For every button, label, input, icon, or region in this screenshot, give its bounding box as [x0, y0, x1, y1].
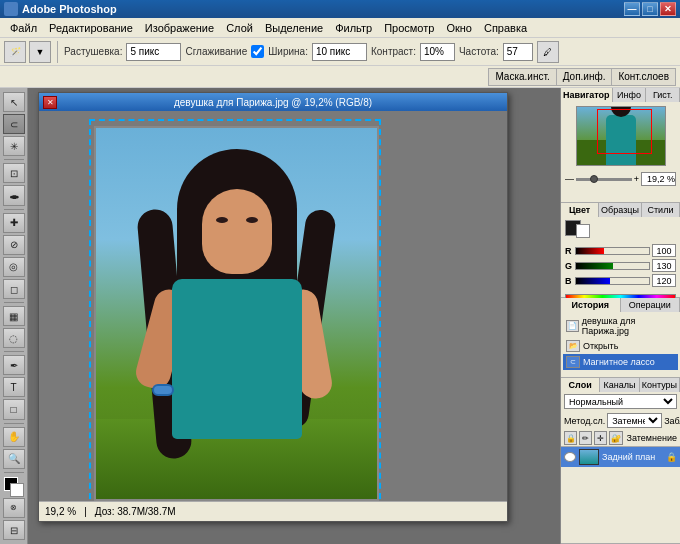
navigator-panel: Навигатор Инфо Гист. — +: [561, 88, 680, 203]
b-value[interactable]: [652, 274, 676, 287]
history-list: 📄 девушка для Парижа.jpg 📂 Открыть ⊂ Маг…: [561, 312, 680, 372]
menu-filter[interactable]: Фильтр: [329, 20, 378, 36]
tab-swatches[interactable]: Образцы: [599, 203, 642, 217]
freq-input[interactable]: [503, 43, 533, 61]
tool-preset-btn[interactable]: 🪄: [4, 41, 26, 63]
mask-inst-label: Маска.инст.: [495, 71, 549, 82]
tab-styles[interactable]: Стили: [642, 203, 680, 217]
color-tabs: Цвет Образцы Стили: [561, 203, 680, 217]
bg-color-swatch[interactable]: [576, 224, 590, 238]
shirt: [172, 279, 302, 439]
clone-tool[interactable]: ◎: [3, 257, 25, 277]
menu-image[interactable]: Изображение: [139, 20, 220, 36]
eyedropper-tool[interactable]: 🕳: [3, 185, 25, 205]
layer-cont-btn[interactable]: Конт.слоев: [612, 69, 675, 85]
gradient-tool[interactable]: ▦: [3, 306, 25, 326]
tab-histogram[interactable]: Гист.: [646, 88, 680, 102]
contrast-label: Контраст:: [371, 46, 416, 57]
tab-actions[interactable]: Операции: [621, 298, 681, 312]
tab-navigator[interactable]: Навигатор: [561, 88, 613, 102]
crop-tool[interactable]: ⊡: [3, 163, 25, 183]
width-input[interactable]: [312, 43, 367, 61]
layer-cont-label: Конт.слоев: [618, 71, 669, 82]
lock-all-btn[interactable]: 🔐: [609, 431, 622, 445]
magic-wand-tool[interactable]: ✳: [3, 136, 25, 156]
color-channels: R G B: [561, 241, 680, 292]
close-button[interactable]: ✕: [660, 2, 676, 16]
zoom-input[interactable]: [641, 172, 676, 186]
maximize-button[interactable]: □: [642, 2, 658, 16]
tab-history[interactable]: История: [561, 298, 621, 312]
lock-transparent-btn[interactable]: 🔒: [564, 431, 577, 445]
channel-r: R: [565, 244, 676, 257]
feather-input[interactable]: [126, 43, 181, 61]
shape-tool[interactable]: □: [3, 399, 25, 419]
opacity-label: Метод.сл.: [564, 416, 605, 426]
tab-info[interactable]: Инфо: [613, 88, 647, 102]
r-bar[interactable]: [575, 247, 650, 255]
heal-tool[interactable]: ✚: [3, 213, 25, 233]
mask-inst-btn[interactable]: Маска.инст.: [489, 69, 556, 85]
layers-panel: Слои Каналы Контуры Нормальный Затемнени…: [561, 378, 680, 544]
eraser-tool[interactable]: ◻: [3, 279, 25, 299]
menu-layer[interactable]: Слой: [220, 20, 259, 36]
layer-item-background[interactable]: 👁 Задний план 🔒: [561, 447, 680, 467]
tool-sep-3: [4, 302, 24, 303]
tab-color[interactable]: Цвет: [561, 203, 599, 217]
history-tabs: История Операции: [561, 298, 680, 312]
tab-layers[interactable]: Слои: [561, 378, 600, 392]
zoom-out-btn[interactable]: —: [565, 174, 574, 184]
brush-tool[interactable]: ⊘: [3, 235, 25, 255]
layer-lock-icon: 🔒: [666, 452, 677, 462]
lock-paint-btn[interactable]: ✏: [579, 431, 592, 445]
lock-move-btn[interactable]: ✛: [594, 431, 607, 445]
screen-mode-tool[interactable]: ⊟: [3, 520, 25, 540]
tool-preset-arrow[interactable]: ▼: [29, 41, 51, 63]
antialias-checkbox[interactable]: [251, 45, 264, 58]
layer-eye-icon[interactable]: 👁: [564, 452, 576, 462]
move-tool[interactable]: ↖: [3, 92, 25, 112]
text-tool[interactable]: T: [3, 377, 25, 397]
g-value[interactable]: [652, 259, 676, 272]
history-item-open-file[interactable]: 📄 девушка для Парижа.jpg: [563, 314, 678, 338]
blend-mode-select[interactable]: Нормальный Затемнение Умножение: [564, 394, 677, 409]
document-close-btn[interactable]: ✕: [43, 96, 57, 109]
document-content[interactable]: [39, 111, 507, 501]
menu-edit[interactable]: Редактирование: [43, 20, 139, 36]
minimize-button[interactable]: —: [624, 2, 640, 16]
extra-info-btn[interactable]: Доп.инф.: [557, 69, 613, 85]
tab-channels[interactable]: Каналы: [600, 378, 639, 392]
color-swatch[interactable]: [4, 477, 24, 495]
contrast-input[interactable]: [420, 43, 455, 61]
zoom-tool[interactable]: 🔍: [3, 449, 25, 469]
r-value[interactable]: [652, 244, 676, 257]
menu-select[interactable]: Выделение: [259, 20, 329, 36]
lasso-tool[interactable]: ⊂: [3, 114, 25, 134]
history-item-lasso[interactable]: ⊂ Магнитное лассо: [563, 354, 678, 370]
pen-tool[interactable]: ✒: [3, 355, 25, 375]
opacity-pct-label: Заблок.: [664, 416, 680, 426]
zoom-slider[interactable]: [576, 178, 632, 181]
nav-preview-bg: [577, 107, 665, 165]
b-fill: [576, 278, 610, 284]
right-panel: Навигатор Инфо Гист. — +: [560, 88, 680, 544]
canvas-area[interactable]: ✕ девушка для Парижа.jpg @ 19,2% (RGB/8): [28, 88, 560, 544]
layer-opacity-row: Метод.сл. Затемнение Заблок.: [561, 411, 680, 430]
photo-background: [96, 128, 377, 499]
zoom-in-btn[interactable]: +: [634, 174, 639, 184]
menu-view[interactable]: Просмотр: [378, 20, 440, 36]
tab-paths[interactable]: Контуры: [640, 378, 680, 392]
history-icon-open: 📂: [566, 340, 580, 352]
menu-window[interactable]: Окно: [440, 20, 478, 36]
hand-tool[interactable]: ✋: [3, 427, 25, 447]
history-item-open[interactable]: 📂 Открыть: [563, 338, 678, 354]
menu-file[interactable]: Файл: [4, 20, 43, 36]
stylus-pressure-btn[interactable]: 🖊: [537, 41, 559, 63]
quick-mask-tool[interactable]: ⊗: [3, 498, 25, 518]
fill-mode-select[interactable]: Затемнение: [607, 413, 662, 428]
blur-tool[interactable]: ◌: [3, 328, 25, 348]
b-bar[interactable]: [575, 277, 650, 285]
g-bar[interactable]: [575, 262, 650, 270]
menu-help[interactable]: Справка: [478, 20, 533, 36]
document-title: девушка для Парижа.jpg @ 19,2% (RGB/8): [57, 97, 489, 108]
